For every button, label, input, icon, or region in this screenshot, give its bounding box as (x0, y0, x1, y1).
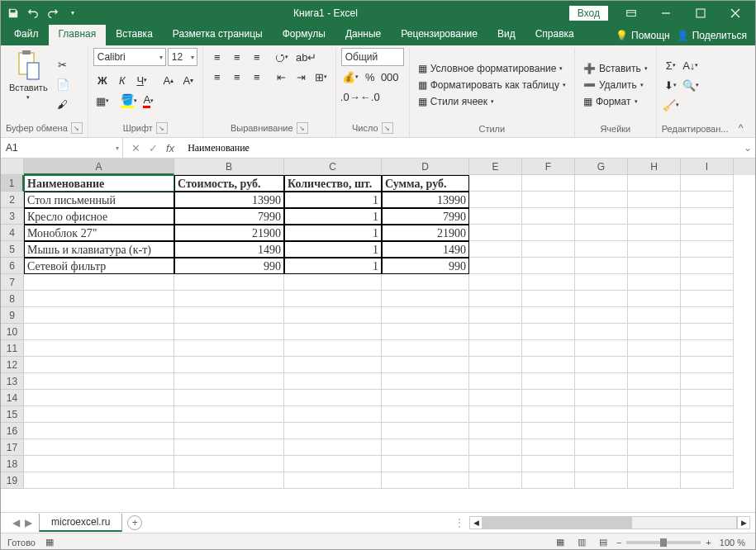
cell[interactable] (522, 274, 575, 291)
cell[interactable] (681, 456, 734, 472)
fill-color-icon[interactable]: 🪣▾ (120, 92, 138, 110)
cell[interactable]: 1 (284, 225, 382, 241)
row-header[interactable]: 17 (1, 439, 24, 456)
cell[interactable] (681, 423, 734, 439)
zoom-in-icon[interactable]: + (706, 538, 711, 548)
autosum-icon[interactable]: Σ▾ (662, 56, 680, 74)
cell[interactable] (174, 406, 284, 423)
cell[interactable] (24, 340, 174, 357)
cell[interactable] (469, 258, 522, 274)
cell[interactable] (284, 307, 382, 324)
decrease-font-icon[interactable]: A▾ (179, 71, 197, 89)
formula-input[interactable] (183, 138, 740, 158)
cell[interactable] (469, 274, 522, 291)
cell[interactable] (575, 241, 628, 258)
cell[interactable] (575, 208, 628, 225)
row-header[interactable]: 18 (1, 456, 24, 472)
cell[interactable]: Кресло офисное (24, 208, 174, 225)
tab-formulas[interactable]: Формулы (273, 25, 335, 45)
font-color-icon[interactable]: A▾ (140, 92, 158, 110)
cell[interactable] (522, 241, 575, 258)
delete-cells-button[interactable]: ➖Удалить▾ (580, 78, 651, 92)
cell[interactable] (575, 340, 628, 357)
cell[interactable] (575, 274, 628, 291)
cell[interactable] (681, 192, 734, 208)
sheet-next-icon[interactable]: ▶ (25, 517, 32, 529)
cell[interactable] (628, 406, 681, 423)
qat-more-icon[interactable]: ▾ (64, 4, 82, 22)
spreadsheet-grid[interactable]: ABCDEFGHI 1НаименованиеСтоимость, руб.Ко… (1, 159, 755, 512)
cell[interactable] (469, 406, 522, 423)
cell[interactable] (284, 274, 382, 291)
normal-view-icon[interactable]: ▦ (552, 535, 568, 550)
cell[interactable] (284, 291, 382, 307)
row-header[interactable]: 11 (1, 340, 24, 357)
conditional-formatting-button[interactable]: ▦Условное форматирование▾ (415, 61, 569, 76)
scroll-right-icon[interactable]: ▶ (737, 516, 750, 529)
cell[interactable]: 1 (284, 192, 382, 208)
row-header[interactable]: 12 (1, 357, 24, 373)
font-name-select[interactable]: Calibri (93, 48, 166, 66)
cell[interactable]: 1 (284, 241, 382, 258)
tab-home[interactable]: Главная (49, 25, 107, 45)
decrease-decimal-icon[interactable]: ←.0 (361, 88, 379, 106)
increase-decimal-icon[interactable]: .0→ (341, 88, 359, 106)
cell[interactable] (469, 390, 522, 406)
cell[interactable] (522, 472, 575, 489)
cell[interactable] (469, 192, 522, 208)
share-button[interactable]: 👤Поделиться (677, 30, 747, 41)
add-sheet-icon[interactable]: + (127, 515, 142, 530)
cell[interactable] (681, 357, 734, 373)
cell[interactable] (24, 274, 174, 291)
cell[interactable] (174, 357, 284, 373)
cell[interactable]: 13990 (382, 192, 469, 208)
cell[interactable] (522, 324, 575, 340)
row-header[interactable]: 19 (1, 472, 24, 489)
row-header[interactable]: 4 (1, 225, 24, 241)
decrease-indent-icon[interactable]: ⇤ (273, 68, 291, 86)
page-break-view-icon[interactable]: ▤ (595, 535, 611, 550)
cell[interactable]: Количество, шт. (284, 175, 382, 192)
row-header[interactable]: 5 (1, 241, 24, 258)
cell[interactable] (382, 373, 469, 390)
cell[interactable] (469, 324, 522, 340)
cell[interactable] (575, 439, 628, 456)
cell[interactable] (575, 258, 628, 274)
cell[interactable] (24, 357, 174, 373)
cell[interactable] (469, 241, 522, 258)
sheet-tab[interactable]: microexcel.ru (39, 514, 122, 532)
maximize-icon[interactable] (684, 1, 717, 25)
row-header[interactable]: 7 (1, 274, 24, 291)
cell[interactable] (284, 390, 382, 406)
fill-icon[interactable]: ⬇▾ (662, 76, 680, 94)
paste-button[interactable]: Вставить ▾ (6, 48, 51, 121)
align-left-icon[interactable]: ≡ (208, 68, 226, 86)
cell[interactable] (382, 439, 469, 456)
cell[interactable] (575, 373, 628, 390)
cell[interactable] (522, 439, 575, 456)
cell[interactable] (628, 225, 681, 241)
cell[interactable] (575, 192, 628, 208)
ribbon-options-icon[interactable] (615, 1, 648, 25)
currency-icon[interactable]: 💰▾ (341, 68, 359, 86)
zoom-out-icon[interactable]: − (616, 538, 621, 548)
cell[interactable] (382, 274, 469, 291)
cell[interactable] (382, 291, 469, 307)
tab-review[interactable]: Рецензирование (391, 25, 487, 45)
align-top-icon[interactable]: ≡ (208, 48, 226, 66)
cell[interactable] (681, 291, 734, 307)
cell[interactable] (681, 439, 734, 456)
tab-view[interactable]: Вид (487, 25, 525, 45)
font-size-select[interactable]: 12 (168, 48, 197, 66)
cell[interactable]: 7990 (382, 208, 469, 225)
cell[interactable] (628, 307, 681, 324)
signin-button[interactable]: Вход (569, 6, 608, 21)
cell[interactable]: Стол письменный (24, 192, 174, 208)
cell[interactable] (284, 423, 382, 439)
cell[interactable] (628, 357, 681, 373)
column-header[interactable]: A (24, 159, 174, 175)
confirm-formula-icon[interactable]: ✓ (149, 142, 158, 154)
cell[interactable] (575, 456, 628, 472)
cell[interactable]: Сетевой фильтр (24, 258, 174, 274)
cell[interactable] (575, 324, 628, 340)
